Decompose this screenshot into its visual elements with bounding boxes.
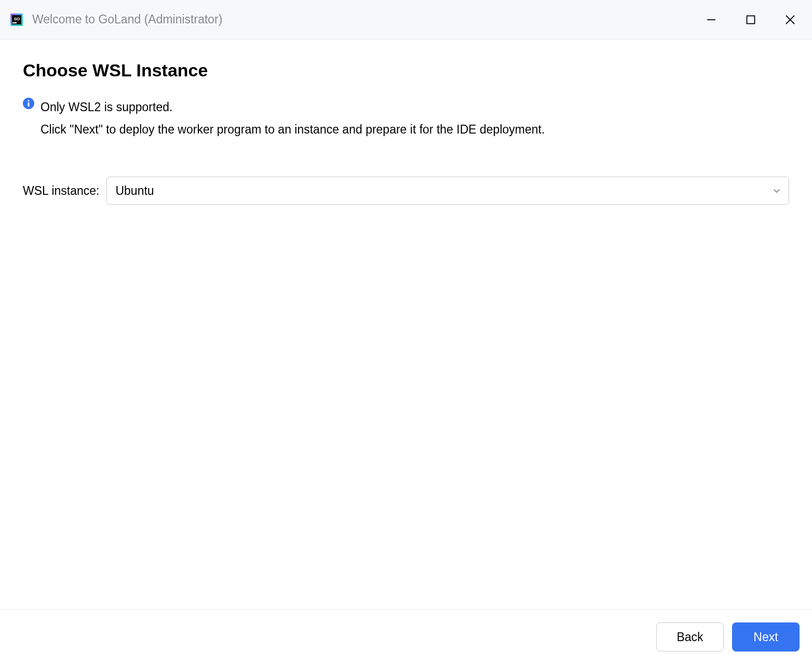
svg-rect-10 [28,102,30,107]
close-icon [785,15,795,25]
svg-point-9 [28,100,29,101]
svg-rect-3 [12,22,17,23]
info-text: Only WSL2 is supported. Click "Next" to … [40,96,545,140]
close-button[interactable] [784,14,796,26]
maximize-button[interactable] [745,14,757,26]
footer: Back Next [0,609,812,664]
info-icon [23,98,34,109]
window-controls [705,14,803,26]
app-icon: GO [9,12,24,27]
maximize-icon [746,15,755,24]
content-area: Choose WSL Instance Only WSL2 is support… [0,39,812,609]
wsl-selected-value: Ubuntu [115,184,154,198]
minimize-button[interactable] [705,14,718,26]
next-button[interactable]: Next [732,622,800,652]
window-title: Welcome to GoLand (Administrator) [32,12,705,26]
wsl-instance-label: WSL instance: [23,184,99,198]
back-button[interactable]: Back [656,622,724,652]
wsl-select-wrapper: Ubuntu [106,177,789,205]
info-block: Only WSL2 is supported. Click "Next" to … [23,96,789,140]
wsl-instance-select[interactable]: Ubuntu [106,177,789,205]
titlebar: GO Welcome to GoLand (Administrator) [0,0,812,39]
info-line-2: Click "Next" to deploy the worker progra… [40,118,545,141]
page-title: Choose WSL Instance [23,60,789,81]
info-line-1: Only WSL2 is supported. [40,96,545,118]
svg-text:GO: GO [14,17,20,21]
minimize-icon [707,15,716,24]
wsl-form-row: WSL instance: Ubuntu [23,177,789,205]
svg-rect-5 [747,16,755,23]
